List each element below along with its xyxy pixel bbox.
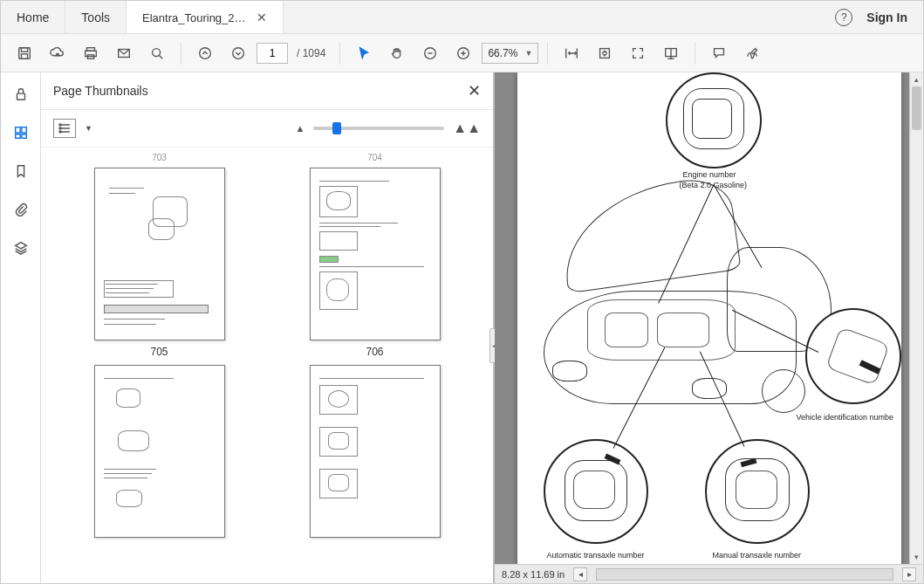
tab-document-label: Elantra_Touring_20… [142, 11, 248, 24]
thumbnail-options-button[interactable] [53, 119, 76, 138]
thumbnails-icon[interactable] [8, 120, 34, 146]
svg-point-7 [153, 48, 161, 56]
scroll-down-icon[interactable]: ▾ [910, 550, 923, 564]
document-scroll-area[interactable]: Engine number (Beta 2.0 Gasoline) [495, 72, 923, 564]
nav-rail [1, 72, 41, 583]
sign-icon[interactable] [737, 38, 767, 68]
page-up-icon[interactable] [190, 38, 220, 68]
document-view: ◀ Engine number (Beta 2.0 Gasoline) [495, 72, 923, 583]
svg-rect-12 [600, 48, 610, 58]
svg-rect-4 [86, 51, 97, 56]
cloud-upload-icon[interactable] [43, 38, 72, 68]
tab-bar: Home Tools Elantra_Touring_20… ✕ ? Sign … [1, 1, 923, 34]
svg-point-8 [200, 47, 211, 58]
zoom-in-icon[interactable] [448, 38, 478, 68]
vin-label: Vehicle identification numbe [797, 413, 894, 422]
read-mode-icon[interactable] [656, 38, 686, 68]
thumbnails-title: Page Thumbnails [53, 84, 148, 98]
fit-page-icon[interactable] [590, 38, 619, 68]
horizontal-scrollbar[interactable] [596, 568, 893, 581]
svg-point-19 [59, 124, 61, 126]
thumbnail-number: 705 [150, 346, 168, 358]
zoom-value: 66.7% [488, 47, 517, 59]
manual-transaxle-label: Manual transaxle number [713, 551, 802, 560]
bookmark-icon[interactable] [8, 158, 34, 184]
page-down-icon[interactable] [223, 38, 253, 68]
fullscreen-icon[interactable] [623, 38, 653, 68]
thumbnail-grid[interactable]: 703 704 [41, 148, 493, 583]
save-icon[interactable] [10, 38, 39, 68]
page-number-input[interactable] [257, 43, 288, 64]
lock-icon[interactable] [8, 81, 34, 107]
scroll-left-button[interactable]: ◂ [573, 567, 587, 581]
layers-icon[interactable] [8, 235, 34, 261]
vertical-scrollbar[interactable]: ▴ ▾ [909, 72, 923, 564]
thumb-partial-label: 703 [152, 153, 167, 162]
thumbnail-number: 706 [366, 346, 383, 358]
chevron-down-icon: ▼ [524, 49, 532, 58]
size-small-icon[interactable]: ▲ [295, 123, 305, 134]
search-icon[interactable] [142, 38, 172, 68]
scroll-right-button[interactable]: ▸ [902, 567, 916, 581]
zoom-out-icon[interactable] [415, 38, 445, 68]
thumbnail-page[interactable] [310, 365, 441, 538]
status-bar: 8.28 x 11.69 in ◂ ▸ [495, 564, 923, 583]
scroll-thumb[interactable] [912, 86, 921, 130]
svg-point-9 [233, 47, 244, 58]
document-page: Engine number (Beta 2.0 Gasoline) [517, 72, 901, 564]
page-total-label: / 1094 [291, 47, 331, 59]
sign-in-button[interactable]: Sign In [866, 10, 907, 24]
help-icon[interactable]: ? [835, 9, 852, 26]
svg-rect-2 [21, 53, 27, 58]
page-dimensions-label: 8.28 x 11.69 in [502, 569, 565, 580]
engine-number-label: Engine number [683, 170, 736, 179]
thumbnail-page[interactable] [94, 365, 225, 538]
tab-close-icon[interactable]: ✕ [257, 10, 267, 24]
thumbnails-panel: Page Thumbnails ✕ ▼ ▲ ▲▲ 703 704 [41, 72, 495, 583]
toolbar: / 1094 66.7% ▼ [1, 34, 923, 72]
options-chevron-icon: ▼ [85, 124, 92, 133]
svg-rect-1 [21, 47, 27, 52]
close-panel-icon[interactable]: ✕ [468, 81, 481, 100]
thumb-partial-label: 704 [367, 153, 382, 162]
hand-icon[interactable] [382, 38, 412, 68]
tab-home[interactable]: Home [1, 1, 65, 33]
pointer-icon[interactable] [349, 38, 379, 68]
svg-rect-16 [21, 127, 25, 133]
svg-rect-15 [15, 127, 19, 133]
tab-tools[interactable]: Tools [65, 1, 127, 33]
fit-width-icon[interactable] [557, 38, 586, 68]
auto-transaxle-label: Automatic transaxle number [547, 551, 645, 560]
svg-rect-18 [21, 134, 25, 139]
thumbnail-page[interactable] [310, 168, 441, 340]
tab-document[interactable]: Elantra_Touring_20… ✕ [127, 1, 284, 33]
mail-icon[interactable] [109, 38, 139, 68]
print-icon[interactable] [76, 38, 106, 68]
svg-point-20 [59, 127, 61, 129]
thumbnail-size-slider[interactable] [313, 127, 444, 130]
attachment-icon[interactable] [8, 196, 34, 223]
svg-rect-17 [15, 134, 19, 139]
svg-rect-14 [17, 93, 24, 100]
svg-point-21 [59, 131, 61, 133]
comment-icon[interactable] [704, 38, 734, 68]
svg-rect-0 [19, 47, 31, 58]
thumbnail-page[interactable] [94, 168, 225, 340]
scroll-up-icon[interactable]: ▴ [910, 72, 923, 86]
zoom-select[interactable]: 66.7% ▼ [482, 43, 538, 64]
size-large-icon[interactable]: ▲▲ [453, 120, 481, 136]
